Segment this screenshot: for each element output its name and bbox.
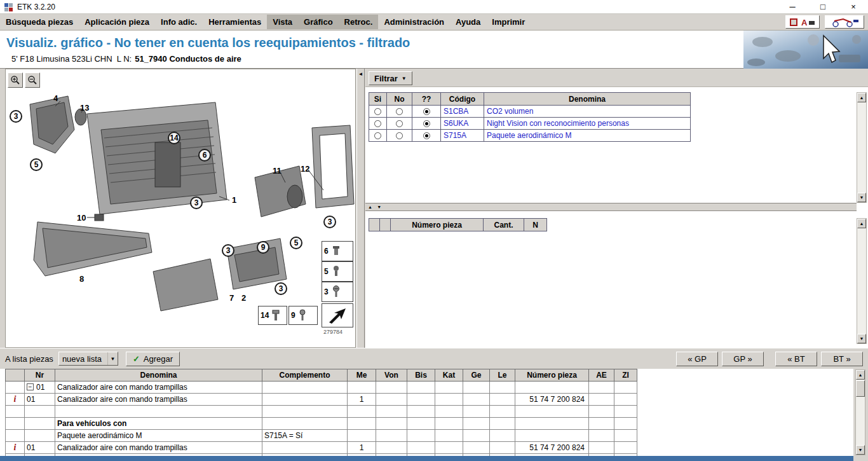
filter-scrollbar[interactable]: ▲ ▼ [857, 92, 867, 203]
col-kat[interactable]: Kat [435, 369, 463, 382]
diagram-callout[interactable]: 9 [257, 241, 269, 254]
menu-item-administracion[interactable]: Administración [378, 15, 450, 29]
pieces-scrollbar[interactable]: ▲ ▼ [857, 218, 867, 344]
parts-row[interactable]: i 01 Canalizador aire con mando trampill… [6, 394, 637, 406]
gp-forward-button[interactable]: GP » [722, 352, 764, 366]
col-complemento[interactable]: Complemento [262, 369, 348, 382]
radio-si[interactable] [374, 132, 381, 139]
col-si[interactable]: Si [369, 93, 387, 106]
radio-unknown[interactable] [423, 132, 430, 139]
parts-row[interactable]: −01 Canalizador aire con mando trampilla… [6, 382, 637, 394]
panel-splitter-horizontal[interactable]: ▲ ▼ [365, 203, 857, 211]
minimize-button[interactable]: ─ [787, 2, 798, 11]
menu-item-vista[interactable]: Vista [267, 15, 298, 29]
parts-row[interactable]: Para vehículos con [6, 418, 637, 430]
diagram-callout[interactable]: 3 [323, 216, 336, 228]
diagram-callout[interactable]: 12 [301, 164, 309, 174]
diagram-callout[interactable]: 14 [168, 132, 180, 144]
collapse-down-icon[interactable]: ▼ [377, 205, 381, 209]
col-le[interactable]: Le [490, 369, 515, 382]
selected-row-strip[interactable] [0, 456, 853, 461]
scroll-up-icon[interactable]: ▲ [856, 370, 865, 380]
menu-item-retroc[interactable]: Retroc. [339, 15, 379, 29]
diagram-callout[interactable]: 6 [198, 149, 211, 162]
col-zi[interactable]: ZI [614, 369, 637, 382]
col-ae[interactable]: AE [589, 369, 614, 382]
col-me[interactable]: Me [348, 369, 376, 382]
parts-row[interactable]: i 01 Canalizador aire con mando trampill… [6, 442, 637, 454]
catalog-button-car[interactable]: A [785, 15, 820, 29]
scroll-up-icon[interactable]: ▲ [857, 93, 866, 102]
filter-row[interactable]: S6UKA Night Vision con reconocimiento pe… [369, 118, 691, 130]
radio-no[interactable] [396, 108, 403, 115]
diagram-callout[interactable]: 4 [53, 93, 58, 103]
diagram-callout[interactable]: 5 [30, 158, 43, 171]
col-denomina[interactable]: Denomina [55, 369, 262, 382]
scroll-down-icon[interactable]: ▼ [857, 334, 866, 343]
col-n[interactable]: N [524, 219, 547, 231]
diagram-callout[interactable]: 3 [10, 110, 22, 123]
radio-si[interactable] [374, 120, 381, 127]
agregar-button[interactable]: ✓ Agregar [126, 352, 180, 366]
filter-row[interactable]: S715A Paquete aerodinámico M [369, 130, 691, 142]
menu-item-imprimir[interactable]: Imprimir [486, 15, 531, 29]
col-codigo[interactable]: Código [441, 93, 484, 106]
radio-no[interactable] [396, 132, 403, 139]
scroll-up-icon[interactable]: ▲ [857, 219, 866, 228]
diagram-callout[interactable]: 5 [290, 237, 302, 249]
scroll-down-icon[interactable]: ▼ [857, 193, 866, 202]
diagram-callout[interactable]: 3 [275, 282, 287, 295]
col-ge[interactable]: Ge [463, 369, 490, 382]
diagram-callout[interactable]: 2 [241, 293, 246, 303]
radio-unknown[interactable] [423, 120, 430, 127]
bt-forward-button[interactable]: BT » [821, 352, 863, 366]
list-select[interactable]: nueva lista ▼ [58, 352, 118, 366]
diagram-callout[interactable]: 3 [190, 196, 203, 209]
collapse-left-icon[interactable]: ◄ [358, 71, 363, 77]
parts-row[interactable] [6, 406, 637, 418]
gp-back-button[interactable]: « GP [676, 352, 718, 366]
maximize-button[interactable]: □ [817, 2, 829, 11]
catalog-button-motorcycle[interactable] [825, 15, 864, 29]
filtrar-button[interactable]: Filtrar ▼ [369, 71, 412, 85]
col-von[interactable]: Von [376, 369, 407, 382]
menu-item-herramientas[interactable]: Herramientas [203, 15, 267, 29]
menu-item-aplicacion-pieza[interactable]: Aplicación pieza [79, 15, 155, 29]
col-numero-pieza[interactable]: Número pieza [391, 219, 484, 231]
collapse-up-icon[interactable]: ▲ [368, 205, 372, 209]
filter-row[interactable]: S1CBA CO2 volumen [369, 106, 691, 118]
panel-splitter-vertical[interactable]: ◄ [356, 69, 365, 348]
parts-row[interactable]: Paquete aerodinámico MS715A = Sí [6, 430, 637, 442]
diagram-callout[interactable]: 8 [79, 274, 84, 284]
diagram-callout[interactable]: 3 [222, 244, 234, 257]
close-button[interactable]: × [848, 2, 859, 11]
scroll-down-icon[interactable]: ▼ [856, 445, 865, 455]
col-unknown[interactable]: ?? [412, 93, 441, 106]
collapse-expander[interactable]: − [27, 383, 34, 390]
menu-item-ayuda[interactable]: Ayuda [450, 15, 486, 29]
diagram-callout[interactable]: 7 [229, 293, 234, 303]
menu-item-grafico[interactable]: Gráfico [298, 15, 339, 29]
col-cant[interactable]: Cant. [484, 219, 524, 231]
diagram-callout[interactable]: 13 [80, 103, 89, 113]
info-icon[interactable]: i [14, 443, 17, 452]
bt-back-button[interactable]: « BT [775, 352, 817, 366]
col-denomina[interactable]: Denomina [484, 93, 691, 106]
col-no[interactable]: No [387, 93, 412, 106]
zoom-out-button[interactable] [25, 72, 40, 88]
diagram-callout[interactable]: 10 [77, 213, 86, 223]
diagram-callout[interactable]: 1 [232, 195, 236, 205]
radio-unknown[interactable] [423, 108, 430, 115]
col-numero-pieza[interactable]: Número pieza [515, 369, 589, 382]
radio-no[interactable] [396, 120, 403, 127]
diagram-callout[interactable]: 11 [273, 166, 281, 175]
menu-item-busqueda-piezas[interactable]: Búsqueda piezas [0, 15, 79, 29]
scroll-thumb[interactable] [856, 380, 865, 397]
col-nr[interactable]: Nr [25, 369, 55, 382]
radio-si[interactable] [374, 108, 381, 115]
menu-item-info-adic[interactable]: Info adic. [155, 15, 203, 29]
parts-list-scrollbar[interactable]: ▲ ▼ [855, 369, 865, 455]
zoom-in-button[interactable] [8, 72, 23, 88]
col-bis[interactable]: Bis [407, 369, 435, 382]
info-icon[interactable]: i [14, 394, 17, 404]
